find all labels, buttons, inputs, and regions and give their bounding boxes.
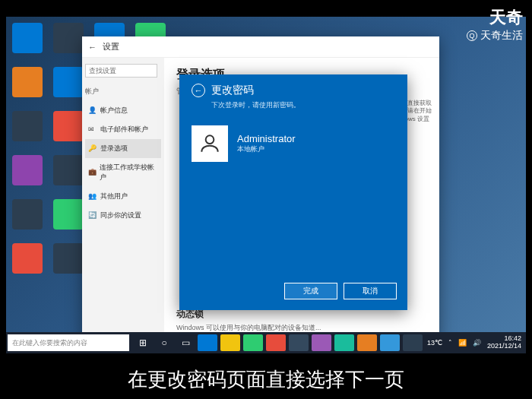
taskview-icon[interactable]: ▭ [176,334,195,352]
mail-icon: ✉ [88,125,97,135]
sidebar-item-email[interactable]: ✉电子邮件和帐户 [85,120,161,139]
desktop-icon[interactable] [12,111,43,141]
taskbar-tray: 13℃ ˄ 📶 🔊 16:42 2021/12/14 [427,335,521,350]
sidebar-section-label: 帐户 [85,87,161,97]
app-icon[interactable] [266,334,286,351]
cancel-button[interactable]: 取消 [344,283,397,299]
user-block: Administrator 本地帐户 [179,119,407,168]
person-icon [198,131,222,156]
taskbar-icons: ⊞ ○ ▭ [134,334,423,352]
app-icon[interactable] [243,334,263,351]
desktop-icon[interactable] [53,243,84,274]
app-icon[interactable] [380,334,400,351]
desktop-icon[interactable] [53,199,84,230]
explorer-icon[interactable] [220,334,240,351]
settings-search-input[interactable] [85,64,157,78]
edge-icon[interactable] [198,334,217,351]
briefcase-icon: 💼 [88,168,97,177]
back-arrow-icon[interactable]: ← [192,84,205,97]
key-icon: 🔑 [88,144,97,154]
back-icon[interactable]: ← [88,43,97,52]
settings-sidebar: 帐户 👤帐户信息 ✉电子邮件和帐户 🔑登录选项 💼连接工作或学校帐户 👥其他用户… [82,58,164,340]
watermark-main: 天奇 [489,6,523,29]
desktop-icon[interactable] [53,111,84,141]
date-text: 2021/12/14 [487,343,521,350]
tray-chevron-icon[interactable]: ˄ [448,339,452,347]
window-title: 设置 [103,41,119,52]
watermark-sub: Q 天奇生活 [467,29,523,43]
desktop-icon[interactable] [53,67,84,97]
desktop-icon[interactable] [53,23,84,53]
sidebar-item-signin-options[interactable]: 🔑登录选项 [85,139,161,158]
sidebar-item-sync[interactable]: 🔄同步你的设置 [85,206,161,225]
user-avatar [192,125,228,162]
user-name: Administrator [237,133,296,144]
start-button[interactable]: ⊞ [134,334,152,352]
dialog-buttons: 完成 取消 [284,283,397,299]
settings-titlebar[interactable]: ← 设置 [82,36,439,58]
volume-icon[interactable]: 🔊 [473,339,481,347]
user-type: 本地帐户 [237,144,296,154]
app-icon[interactable] [334,334,354,351]
taskbar: 在此键入你要搜索的内容 ⊞ ○ ▭ 13℃ ˄ 📶 🔊 16:42 2021/1… [6,332,526,353]
video-subtitle: 在更改密码页面直接选择下一页 [0,366,532,393]
sidebar-item-work[interactable]: 💼连接工作或学校帐户 [85,158,161,187]
desktop-icon[interactable] [12,155,43,185]
dynamic-lock-section: 动态锁 Windows 可以使用与你的电脑配对的设备知道... [176,308,321,333]
finish-button[interactable]: 完成 [284,283,337,299]
change-password-dialog: ← 更改密码 下次登录时，请使用新密码。 Administrator 本地帐户 … [179,74,407,310]
taskbar-search[interactable]: 在此键入你要搜索的内容 [8,334,129,351]
watermark-sub-text: 天奇生活 [480,29,523,43]
person-icon: 👤 [88,106,97,116]
user-info: Administrator 本地帐户 [237,133,296,154]
temperature[interactable]: 13℃ [427,339,442,347]
dialog-title: 更改密码 [211,84,254,97]
desktop: ← 设置 帐户 👤帐户信息 ✉电子邮件和帐户 🔑登录选项 💼连接工作或学校帐户 … [6,17,526,353]
people-icon: 👥 [88,192,97,201]
sidebar-item-other-users[interactable]: 👥其他用户 [85,187,161,206]
app-icon[interactable] [312,334,331,351]
clock[interactable]: 16:42 2021/12/14 [487,335,521,350]
dialog-header: ← 更改密码 [179,74,407,100]
sync-icon: 🔄 [88,211,97,220]
network-icon[interactable]: 📶 [458,339,467,347]
desktop-icon[interactable] [12,23,43,53]
desktop-icon[interactable] [53,155,84,185]
cortana-icon[interactable]: ○ [155,334,173,352]
sidebar-item-account-info[interactable]: 👤帐户信息 [85,101,161,120]
desktop-icon[interactable] [12,67,43,97]
app-icon[interactable] [289,334,309,351]
app-icon[interactable] [403,334,423,351]
desktop-icon[interactable] [12,243,43,274]
dialog-hint: 下次登录时，请使用新密码。 [179,100,407,119]
watermark-icon: Q [467,30,477,41]
svg-point-0 [206,135,214,144]
desktop-icon[interactable] [12,199,43,230]
app-icon[interactable] [357,334,377,351]
